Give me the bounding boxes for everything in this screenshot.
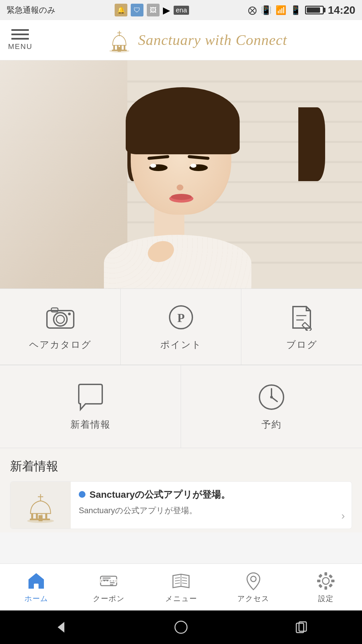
logo-icon [106,27,133,54]
news-content: Sanctuaryの公式アプリが登場。 Sanctuaryの公式アプリが登場。 [71,482,352,523]
status-icons: 🔔 🛡 🖼 ▶ ena [115,4,189,16]
svg-rect-32 [30,519,50,520]
notification-icon3: 🖼 [147,4,160,16]
nav-home[interactable]: ホーム [0,564,72,610]
news-section: 新着情報 Sanctuaryの公式アプリが登場。 [0,448,362,532]
svg-point-13 [68,313,71,315]
svg-rect-8 [112,50,127,51]
notification-icon2: 🛡 [131,4,143,16]
status-right: ⨂ 📳 📶 📱 14:20 [248,4,355,16]
hair-catalog-label: ヘアカタログ [29,338,92,351]
gear-icon [316,571,336,591]
time-display: 14:20 [328,4,355,16]
svg-point-10 [54,313,67,326]
points-label: ポイント [160,338,202,351]
status-bar: 緊急通報のみ 🔔 🛡 🖼 ▶ ena ⨂ 📳 📶 📱 14:20 [0,0,362,20]
svg-rect-41 [110,584,113,585]
grid-menu-row2: 新着情報 予約 [0,365,362,448]
svg-rect-29 [36,514,38,519]
home-icon [26,571,46,591]
camera-icon [45,302,75,332]
svg-rect-6 [120,45,122,50]
svg-line-45 [175,583,180,584]
sim-icon: 📱 [290,5,301,15]
svg-rect-5 [117,45,119,50]
news-body: Sanctuaryの公式アプリが登場。 [79,504,344,517]
hair-catalog-button[interactable]: ヘアカタログ [0,289,121,365]
news-card[interactable]: Sanctuaryの公式アプリが登場。 Sanctuaryの公式アプリが登場。 … [10,481,352,529]
nav-coupon-label: クーポン [93,594,125,604]
svg-rect-53 [317,580,320,582]
points-button[interactable]: P ポイント [121,289,241,365]
location-icon [243,571,263,591]
blog-label: ブログ [286,338,317,351]
document-edit-icon [287,302,317,332]
bottom-navigation: ホーム クーポン [0,564,362,610]
nav-settings[interactable]: 設定 [290,564,362,610]
news-headline: Sanctuaryの公式アプリが登場。 [79,488,344,501]
menu-button[interactable]: MENU [8,29,33,51]
nav-access[interactable]: アクセス [217,564,290,610]
logo-text: Sanctuary with Connect [138,32,287,49]
coupon-icon [99,571,119,591]
nav-menu[interactable]: メニュー [145,564,217,610]
news-button[interactable]: 新着情報 [0,365,181,448]
recents-button[interactable] [292,617,312,637]
svg-rect-54 [331,580,335,582]
news-indicator [79,491,85,498]
svg-line-44 [175,580,180,581]
svg-rect-57 [318,584,323,588]
svg-point-50 [322,578,329,584]
nav-home-label: ホーム [24,594,48,604]
menu-book-icon [171,571,191,591]
svg-rect-33 [34,584,38,589]
app-header: MENU Sanctuary with Connect [0,20,362,60]
svg-rect-40 [110,582,115,583]
nav-menu-label: メニュー [165,594,197,604]
svg-point-60 [175,621,187,633]
logo-container: Sanctuary with Connect [39,27,354,54]
svg-rect-55 [318,574,323,578]
blog-button[interactable]: ブログ [241,289,362,365]
svg-rect-30 [41,514,43,519]
point-icon: P [166,302,196,332]
chat-icon [75,382,106,412]
news-section-title: 新着情報 [10,458,352,475]
svg-rect-31 [45,514,47,519]
reservation-label: 予約 [261,418,282,431]
news-label: 新着情報 [70,418,111,431]
nav-coupon[interactable]: クーポン [72,564,145,610]
wifi-icon: 📶 [276,5,286,15]
svg-rect-52 [324,586,327,590]
app-icon: ena [174,6,189,15]
svg-rect-56 [328,574,333,579]
vibrate-icon: 📳 [261,5,272,15]
back-button[interactable] [50,617,70,637]
system-nav-bar [0,610,362,644]
svg-line-46 [182,578,187,578]
svg-rect-51 [324,572,327,576]
battery [305,6,324,14]
reservation-button[interactable]: 予約 [181,365,362,448]
grid-menu-row1: ヘアカタログ P ポイント ブログ [0,288,362,365]
svg-line-47 [182,580,187,581]
svg-rect-28 [31,514,33,519]
svg-point-11 [56,315,64,323]
svg-point-23 [270,396,273,398]
news-thumbnail [10,482,71,529]
hamburger-icon [11,29,29,40]
svg-text:P: P [177,311,185,325]
svg-rect-4 [113,45,115,50]
svg-rect-38 [103,578,111,579]
nav-access-label: アクセス [237,594,269,604]
svg-rect-7 [124,45,125,50]
system-home-button[interactable] [171,617,191,637]
emergency-text: 緊急通報のみ [7,5,56,15]
nav-settings-label: 設定 [318,594,334,604]
news-arrow: › [341,509,345,522]
svg-rect-58 [328,583,333,588]
bluetooth-icon: ⨂ [248,5,257,15]
svg-line-43 [175,578,180,578]
carousel-image [0,60,362,288]
hero-carousel[interactable] [0,60,362,288]
